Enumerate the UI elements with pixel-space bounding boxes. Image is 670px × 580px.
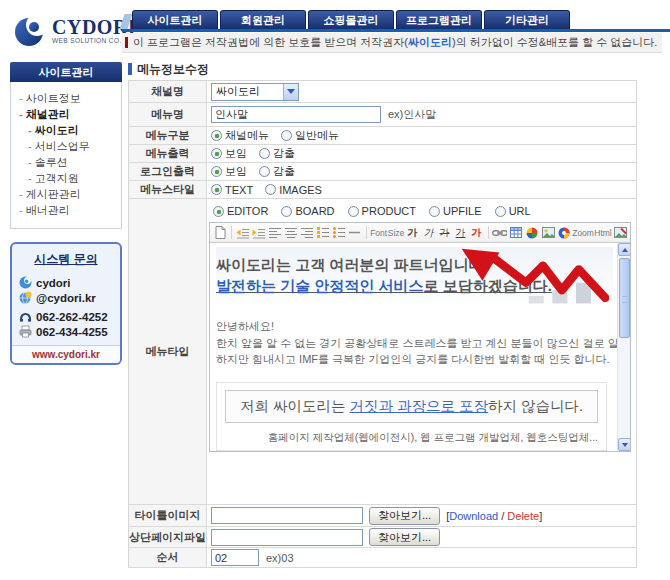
editor-content[interactable]: 싸이도리는 고객 여러분의 파트너입니다. 발전하는 기술 안정적인 서비스로 … — [210, 243, 630, 451]
sidebar: 사이트관리 사이트정보 채널관리 싸이도리 서비스업무 솔루션 고객지원 게시판… — [10, 62, 122, 365]
order-input[interactable] — [211, 549, 259, 566]
top-page-file-browse-button[interactable]: 찾아보기... — [369, 528, 440, 546]
tab-program-admin[interactable]: 프로그램관리 — [396, 10, 482, 29]
row-menu-group: 메뉴구분 채널메뉴 일반메뉴 — [129, 127, 636, 145]
align-right-icon[interactable] — [299, 225, 315, 241]
top-tab-bar: 사이트관리 회원관리 쇼핑몰관리 프로그램관리 기타관리 — [122, 10, 670, 29]
radio-type-product[interactable] — [348, 206, 359, 217]
chevron-down-icon — [283, 84, 298, 100]
row-menu-name: 메뉴명 ex)인사말 — [129, 103, 636, 127]
media-icon[interactable] — [524, 225, 540, 241]
top-page-file-input[interactable] — [211, 529, 363, 546]
table-icon[interactable] — [508, 225, 524, 241]
radio-type-board[interactable] — [281, 206, 292, 217]
sidebar-menu: 사이트정보 채널관리 싸이도리 서비스업무 솔루션 고객지원 게시판관리 배너관… — [10, 82, 122, 229]
font-button[interactable]: Font — [370, 225, 388, 241]
row-menu-display: 메뉴출력 보임 감출 — [129, 145, 636, 163]
sidebar-item-cydori[interactable]: 싸이도리 — [28, 122, 115, 138]
printer-icon — [19, 325, 32, 338]
notice-text-pre: 이 프로그램은 저작권법에 의한 보호를 받으며 저작권자( — [133, 35, 408, 50]
align-left-icon[interactable] — [267, 225, 283, 241]
sidebar-item-board-admin[interactable]: 게시판관리 — [19, 186, 115, 202]
editor-body-text: 안녕하세요! 한치 앞을 알 수 없는 경기 공황상태로 스트레스를 받고 계신… — [216, 318, 613, 368]
download-link[interactable]: Download — [449, 510, 498, 522]
page: CYDORI WEB SOLUTION CO. 사이트관리 회원관리 쇼핑몰관리… — [0, 0, 670, 580]
sidebar-item-solution[interactable]: 솔루션 — [28, 154, 115, 170]
radio-display-hide[interactable] — [259, 148, 270, 159]
radio-style-images[interactable] — [265, 184, 276, 195]
unordered-list-icon[interactable] — [331, 225, 347, 241]
horizontal-rule-icon[interactable] — [347, 225, 363, 241]
radio-channel-menu[interactable] — [211, 130, 222, 141]
preview-icon[interactable] — [556, 225, 572, 241]
row-login-display: 로그인출력 보임 감출 — [129, 163, 636, 181]
link-icon[interactable] — [491, 225, 508, 241]
sidebar-item-site-info[interactable]: 사이트정보 — [19, 90, 115, 106]
sidebar-item-support[interactable]: 고객지원 — [28, 170, 115, 186]
title-bullet-icon — [128, 63, 132, 75]
bold-button[interactable]: 가 — [405, 225, 421, 241]
channel-select[interactable]: 싸이도리 — [211, 83, 299, 101]
new-document-icon[interactable] — [212, 225, 228, 241]
zoom-button[interactable]: Zoom — [572, 225, 594, 241]
radio-login-show[interactable] — [211, 166, 222, 177]
menu-edit-form: 채널명 싸이도리 메뉴명 ex)인사말 메뉴구분 채널메뉴 — [128, 80, 637, 568]
html-button[interactable]: Html — [594, 225, 612, 241]
contact-messenger: cydori — [12, 275, 120, 290]
radio-login-hide[interactable] — [259, 166, 270, 177]
row-menu-type: 메뉴타입 EDITOR BOARD PRODUCT UPFILE URL — [129, 199, 636, 505]
menu-name-input[interactable] — [211, 106, 381, 123]
cydori-moon-icon — [14, 11, 48, 49]
indent-icon[interactable] — [251, 225, 267, 241]
image-edit-icon[interactable] — [612, 225, 628, 241]
editor-scrollbar[interactable] — [617, 243, 630, 451]
sidebar-item-channel-admin[interactable]: 채널관리 — [19, 106, 115, 122]
radio-style-text[interactable] — [211, 184, 222, 195]
scroll-up-button[interactable] — [618, 243, 630, 256]
menu-name-hint: ex)인사말 — [388, 107, 436, 122]
copyright-notice: 이 프로그램은 저작권법에 의한 보호를 받으며 저작권자(싸이도리)의 허가없… — [122, 33, 662, 53]
tab-etc-admin[interactable]: 기타관리 — [484, 10, 570, 29]
row-top-page-file: 상단페이지파일 찾아보기... — [129, 527, 636, 548]
scroll-down-button[interactable] — [618, 438, 630, 451]
size-button[interactable]: Size — [387, 225, 404, 241]
tab-decoration — [120, 14, 133, 29]
title-image-browse-button[interactable]: 찾아보기... — [369, 507, 440, 525]
row-channel: 채널명 싸이도리 — [129, 81, 636, 103]
font-color-button[interactable]: 가 — [469, 225, 485, 241]
radio-type-url[interactable] — [495, 206, 506, 217]
scrollbar-thumb[interactable] — [619, 258, 630, 338]
tab-shop-admin[interactable]: 쇼핑몰관리 — [308, 10, 394, 29]
row-title-image: 타이틀이미지 찾아보기... [Download / Delete] — [129, 505, 636, 527]
tab-site-admin[interactable]: 사이트관리 — [132, 10, 218, 29]
radio-type-editor[interactable] — [213, 206, 224, 217]
underline-button[interactable]: 가 — [453, 225, 469, 241]
notice-text-post: )의 허가없이 수정&배포를 할 수 없습니다. — [452, 35, 657, 50]
quote-link[interactable]: 거짓과 과장으로 포장 — [349, 398, 488, 414]
tab-member-admin[interactable]: 회원관리 — [220, 10, 306, 29]
tab-underline — [122, 29, 670, 32]
sidebar-item-banner-admin[interactable]: 배너관리 — [19, 202, 115, 218]
editor-banner: 싸이도리는 고객 여러분의 파트너입니다. 발전하는 기술 안정적인 서비스로 … — [216, 247, 613, 309]
strikethrough-button[interactable]: 가 — [437, 225, 453, 241]
title-image-input[interactable] — [211, 507, 363, 524]
radio-general-menu[interactable] — [281, 130, 292, 141]
radio-type-upfile[interactable] — [429, 206, 440, 217]
italic-button[interactable]: 가 — [421, 225, 437, 241]
notice-bullet-icon — [125, 37, 128, 48]
quote-section: 저희 싸이도리는 거짓과 과장으로 포장하지 않습니다. 홈페이지 제작업체(웹… — [216, 382, 607, 451]
order-hint: ex)03 — [266, 552, 294, 564]
image-icon[interactable] — [540, 225, 556, 241]
contact-title: 시스템 문의 — [12, 251, 120, 268]
messenger-icon — [19, 276, 32, 289]
contact-website-link[interactable]: www.cydori.kr — [12, 345, 120, 363]
align-center-icon[interactable] — [283, 225, 299, 241]
row-menu-style: 메뉴스타일 TEXT IMAGES — [129, 181, 636, 199]
sidebar-item-service[interactable]: 서비스업무 — [28, 138, 115, 154]
contact-phone: 062-262-4252 — [12, 309, 120, 324]
radio-display-show[interactable] — [211, 148, 222, 159]
outdent-icon[interactable] — [235, 225, 251, 241]
ordered-list-icon[interactable] — [315, 225, 331, 241]
delete-link[interactable]: Delete — [507, 510, 539, 522]
row-order: 순서 ex)03 — [129, 548, 636, 568]
